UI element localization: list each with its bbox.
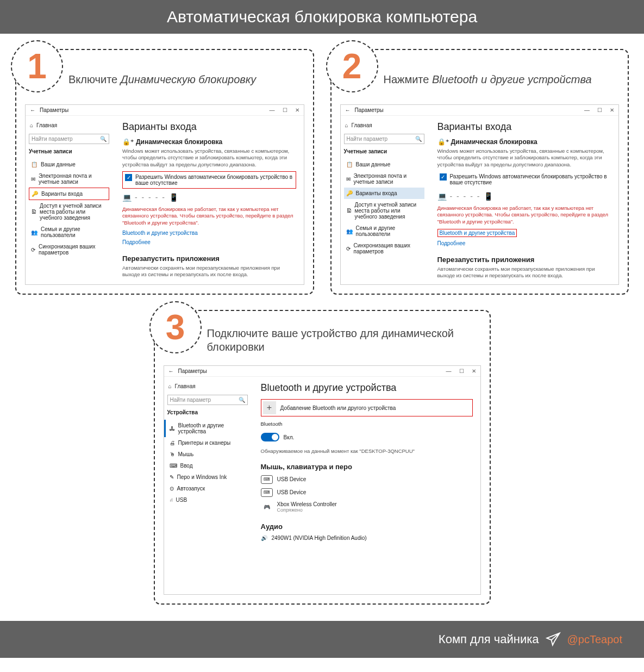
footer-handle[interactable]: @pcTeapot [567,633,622,646]
xbox-status: Сопряжено [277,507,337,513]
nav-email[interactable]: ✉ Электронная почта и учетные записи [29,170,109,188]
bluetooth-devices-link[interactable]: Bluetooth и другие устройства [122,230,198,236]
keyboard-icon: ⌨ [261,488,273,497]
step-1-title: Включите Динамическую блокировку [68,73,256,86]
nav-work-access[interactable]: 🖻 Доступ к учетной записи места работы и… [29,200,109,223]
back-icon[interactable]: ← [345,107,351,113]
close-icon[interactable]: ✕ [610,107,614,113]
sidebar: ⌂ Главная Найти параметр🔍 Учетные записи… [26,116,112,284]
back-icon[interactable]: ← [168,368,174,374]
step-2-title: Нажмите Bluetooth и другие устройства [384,73,592,86]
dynamic-lock-desc: Windows может использовать устройства, с… [122,148,296,168]
nav-signin-options[interactable]: 🔑 Варианты входа [344,188,424,199]
nav-typing[interactable]: ⌨ Ввод [167,460,248,471]
lock-icon: 🔒⁺ [437,138,449,146]
settings-window-1: ← Параметры — ☐ ✕ ⌂ Главная Найти параме… [25,104,304,285]
nav-work-access[interactable]: 🖻 Доступ к учетной записи места работы и… [344,199,424,222]
close-icon[interactable]: ✕ [295,107,299,113]
search-input[interactable]: Найти параметр🔍 [344,134,424,144]
nav-autoplay[interactable]: ⊙ Автозапуск [167,483,248,494]
content-pane: Bluetooth и другие устройства + Добавлен… [251,377,480,594]
nav-mouse[interactable]: 🖱 Мышь [167,449,248,460]
titlebar: ← Параметры — ☐ ✕ [164,366,480,377]
allow-dynamic-lock-checkbox[interactable]: ✓ Разрешить Windows автоматически блокир… [437,171,611,188]
bluetooth-toggle[interactable] [261,433,279,441]
step-2: 2 Нажмите Bluetooth и другие устройства … [330,49,629,295]
nav-sync[interactable]: ⟳ Синхронизация ваших параметров [344,240,424,257]
restart-apps-heading: Перезапустить приложения [437,256,611,264]
maximize-icon[interactable]: ☐ [597,107,602,113]
device-illustration: 💻- - - - -📱 [122,193,296,202]
dynamic-lock-desc: Windows может использовать устройства, с… [437,148,611,168]
page-title: Варианты входа [437,121,611,133]
device-usb-1[interactable]: ⌨USB Device [261,473,473,486]
close-icon[interactable]: ✕ [472,368,476,374]
device-audio[interactable]: 🔊2490W1 (NVIDIA High Definition Audio) [261,533,473,543]
phone-icon: 📱 [484,192,493,201]
nav-pen[interactable]: ✎ Перо и Windows Ink [167,471,248,483]
maximize-icon[interactable]: ☐ [283,107,287,113]
home-link[interactable]: ⌂ Главная [167,381,248,391]
bluetooth-devices-link[interactable]: Bluetooth и другие устройства [437,229,517,237]
search-icon: 🔍 [100,136,107,142]
window-title: Параметры [178,368,207,374]
dynamic-lock-heading: 🔒⁺Динамическая блокировка [122,138,296,146]
window-title: Параметры [355,107,384,113]
bluetooth-label: Bluetooth [261,421,473,427]
telegram-icon [546,632,561,647]
nav-email[interactable]: ✉ Электронная почта и учетные записи [344,170,424,188]
dynamic-lock-warning: Динамическая блокировка не работает, так… [122,206,296,226]
audio-heading: Аудио [261,522,473,531]
search-input[interactable]: Найти параметр🔍 [29,134,109,144]
home-link[interactable]: ⌂ Главная [29,120,109,130]
step-number-1: 1 [11,40,63,92]
minimize-icon[interactable]: — [584,107,590,113]
learn-more-link[interactable]: Подробнее [122,239,151,245]
restart-apps-heading: Перезапустить приложения [122,254,296,263]
nav-family[interactable]: 👥 Семья и другие пользователи [29,223,109,241]
section-accounts: Учетные записи [29,148,109,154]
nav-your-info[interactable]: 📋 Ваши данные [344,159,424,170]
nav-bluetooth[interactable]: 🖧 Bluetooth и другие устройства [167,420,248,437]
sidebar: ⌂ Главная Найти параметр🔍 Устройства 🖧 B… [164,377,251,594]
dynamic-lock-warning: Динамическая блокировка не работает, так… [437,205,611,225]
nav-sync[interactable]: ⟳ Синхронизация ваших параметров [29,241,109,258]
device-usb-2[interactable]: ⌨USB Device [261,486,473,499]
speaker-icon: 🔊 [261,535,267,541]
search-input[interactable]: Найти параметр🔍 [167,395,248,405]
window-title: Параметры [40,107,68,113]
nav-usb[interactable]: ⑁ USB [167,494,248,506]
section-accounts: Учетные записи [344,148,424,154]
allow-dynamic-lock-checkbox[interactable]: ✓ Разрешить Windows автоматически блокир… [122,171,296,189]
content-pane: Варианты входа 🔒⁺Динамическая блокировка… [112,116,304,284]
sidebar: ⌂ Главная Найти параметр🔍 Учетные записи… [341,116,428,284]
footer: Комп для чайника @pcTeapot [0,621,644,658]
plus-icon: + [263,401,276,414]
add-bluetooth-device-button[interactable]: + Добавление Bluetooth или другого устро… [261,399,473,416]
nav-printers[interactable]: 🖨 Принтеры и сканеры [167,437,248,449]
discoverable-text: Обнаруживаемое на данный момент как "DES… [261,448,473,455]
minimize-icon[interactable]: — [446,368,452,374]
laptop-icon: 💻 [437,192,447,201]
back-icon[interactable]: ← [30,107,35,113]
step-3: 3 Подключите ваше устройство для динамич… [154,310,491,605]
nav-family[interactable]: 👥 Семья и другие пользователи [344,222,424,240]
maximize-icon[interactable]: ☐ [459,368,464,374]
checkbox-icon: ✓ [440,173,447,181]
gamepad-icon: 🎮 [261,502,273,511]
learn-more-link[interactable]: Подробнее [437,240,466,246]
titlebar: ← Параметры — ☐ ✕ [26,105,304,116]
page-title: Bluetooth и другие устройства [261,382,473,394]
nav-signin-options[interactable]: 🔑 Варианты входа [29,188,109,200]
nav-your-info[interactable]: 📋 Ваши данные [29,159,109,170]
mouse-keyboard-pen-heading: Мышь, клавиатура и перо [261,463,473,471]
restart-apps-desc: Автоматически сохранять мои перезапускае… [122,265,296,278]
section-devices: Устройства [167,409,248,415]
home-link[interactable]: ⌂ Главная [344,120,424,130]
dynamic-lock-heading: 🔒⁺Динамическая блокировка [437,138,611,146]
search-icon: 🔍 [239,397,245,403]
search-icon: 🔍 [415,136,422,142]
checkbox-icon: ✓ [125,174,132,181]
device-xbox[interactable]: 🎮 Xbox Wireless Controller Сопряжено [261,499,473,515]
minimize-icon[interactable]: — [270,107,275,113]
